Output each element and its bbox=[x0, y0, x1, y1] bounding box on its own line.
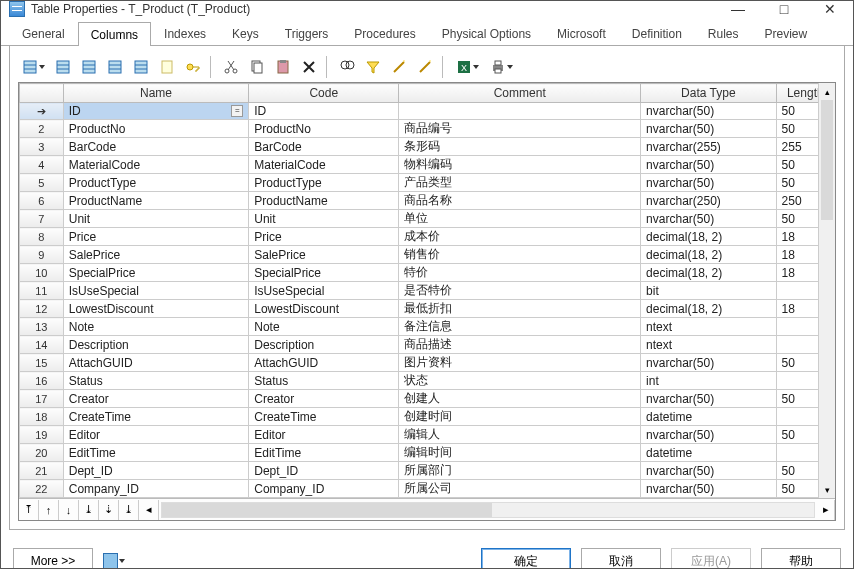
cell-code[interactable]: Price bbox=[249, 228, 399, 246]
row-number[interactable]: 4 bbox=[20, 156, 64, 174]
grid-icon[interactable] bbox=[104, 56, 126, 78]
cell-datatype[interactable]: decimal(18, 2) bbox=[641, 246, 776, 264]
cell-code[interactable]: AttachGUID bbox=[249, 354, 399, 372]
cell-datatype[interactable]: nvarchar(50) bbox=[641, 462, 776, 480]
move-up-icon[interactable]: ↑ bbox=[39, 500, 59, 520]
move-bottom2-icon[interactable]: ⤓ bbox=[119, 500, 139, 520]
table-row[interactable]: 20EditTimeEditTime编辑时间datetime bbox=[20, 444, 835, 462]
tab-preview[interactable]: Preview bbox=[752, 21, 821, 45]
cell-datatype[interactable]: nvarchar(50) bbox=[641, 156, 776, 174]
tools-button[interactable] bbox=[103, 550, 125, 569]
cell-name[interactable]: ProductType bbox=[63, 174, 249, 192]
cell-name[interactable]: LowestDiscount bbox=[63, 300, 249, 318]
grid-add-icon[interactable] bbox=[130, 56, 152, 78]
table-row[interactable]: 9SalePriceSalePrice销售价decimal(18, 2)18 bbox=[20, 246, 835, 264]
cell-code[interactable]: MaterialCode bbox=[249, 156, 399, 174]
row-number[interactable]: 10 bbox=[20, 264, 64, 282]
hscroll-left-icon[interactable]: ◂ bbox=[139, 500, 159, 520]
cell-name[interactable]: ProductNo bbox=[63, 120, 249, 138]
table-row[interactable]: 2ProductNoProductNo商品编号nvarchar(50)50 bbox=[20, 120, 835, 138]
move-down-icon[interactable]: ↓ bbox=[59, 500, 79, 520]
row-number[interactable]: 14 bbox=[20, 336, 64, 354]
cell-code[interactable]: ID bbox=[249, 103, 399, 120]
cell-code[interactable]: SalePrice bbox=[249, 246, 399, 264]
tab-indexes[interactable]: Indexes bbox=[151, 21, 219, 45]
cell-comment[interactable]: 是否特价 bbox=[399, 282, 641, 300]
cell-code[interactable]: Editor bbox=[249, 426, 399, 444]
add-table-icon[interactable] bbox=[52, 56, 74, 78]
table-row[interactable]: 17CreatorCreator创建人nvarchar(50)50 bbox=[20, 390, 835, 408]
close-button[interactable]: ✕ bbox=[807, 1, 853, 17]
cell-datatype[interactable]: decimal(18, 2) bbox=[641, 300, 776, 318]
maximize-button[interactable]: □ bbox=[761, 1, 807, 17]
cell-datatype[interactable]: nvarchar(255) bbox=[641, 138, 776, 156]
cell-code[interactable]: Company_ID bbox=[249, 480, 399, 498]
filter-icon[interactable] bbox=[362, 56, 384, 78]
table-row[interactable]: 7UnitUnit单位nvarchar(50)50 bbox=[20, 210, 835, 228]
cell-name[interactable]: ID= bbox=[63, 103, 249, 120]
cell-code[interactable]: Unit bbox=[249, 210, 399, 228]
cell-datatype[interactable]: decimal(18, 2) bbox=[641, 264, 776, 282]
cell-datatype[interactable]: int bbox=[641, 372, 776, 390]
row-number[interactable]: 17 bbox=[20, 390, 64, 408]
cell-name[interactable]: AttachGUID bbox=[63, 354, 249, 372]
cell-name[interactable]: CreateTime bbox=[63, 408, 249, 426]
table-row[interactable]: 11IsUseSpecialIsUseSpecial是否特价bit bbox=[20, 282, 835, 300]
table-row[interactable]: 19EditorEditor编辑人nvarchar(50)50 bbox=[20, 426, 835, 444]
delete-icon[interactable] bbox=[298, 56, 320, 78]
row-number[interactable]: 13 bbox=[20, 318, 64, 336]
cell-comment[interactable]: 成本价 bbox=[399, 228, 641, 246]
cell-code[interactable]: Creator bbox=[249, 390, 399, 408]
cell-name[interactable]: IsUseSpecial bbox=[63, 282, 249, 300]
cell-comment[interactable] bbox=[399, 103, 641, 120]
cell-name[interactable]: Price bbox=[63, 228, 249, 246]
table-row[interactable]: 21Dept_IDDept_ID所属部门nvarchar(50)50 bbox=[20, 462, 835, 480]
duplicate-icon[interactable] bbox=[78, 56, 100, 78]
cell-comment[interactable]: 所属部门 bbox=[399, 462, 641, 480]
cell-comment[interactable]: 状态 bbox=[399, 372, 641, 390]
row-number[interactable]: 2 bbox=[20, 120, 64, 138]
wand2-icon[interactable] bbox=[414, 56, 436, 78]
cell-name[interactable]: Unit bbox=[63, 210, 249, 228]
tab-general[interactable]: General bbox=[9, 21, 78, 45]
table-row[interactable]: ➔ID=IDnvarchar(50)50 bbox=[20, 103, 835, 120]
tab-triggers[interactable]: Triggers bbox=[272, 21, 342, 45]
cell-code[interactable]: ProductNo bbox=[249, 120, 399, 138]
cell-datatype[interactable]: bit bbox=[641, 282, 776, 300]
cell-datatype[interactable]: nvarchar(50) bbox=[641, 103, 776, 120]
cancel-button[interactable]: 取消 bbox=[581, 548, 661, 569]
col-datatype[interactable]: Data Type bbox=[641, 84, 776, 103]
table-row[interactable]: 16StatusStatus状态int bbox=[20, 372, 835, 390]
cell-datatype[interactable]: decimal(18, 2) bbox=[641, 228, 776, 246]
row-number[interactable]: ➔ bbox=[20, 103, 64, 120]
vertical-scrollbar[interactable]: ▴ ▾ bbox=[818, 83, 835, 498]
row-number[interactable]: 22 bbox=[20, 480, 64, 498]
move-down2-icon[interactable]: ⇣ bbox=[99, 500, 119, 520]
cell-comment[interactable]: 创建时间 bbox=[399, 408, 641, 426]
tab-microsoft[interactable]: Microsoft bbox=[544, 21, 619, 45]
cell-comment[interactable]: 销售价 bbox=[399, 246, 641, 264]
row-number[interactable]: 16 bbox=[20, 372, 64, 390]
table-row[interactable]: 18CreateTimeCreateTime创建时间datetime bbox=[20, 408, 835, 426]
row-number[interactable]: 9 bbox=[20, 246, 64, 264]
insert-row-icon[interactable] bbox=[18, 56, 48, 78]
cell-code[interactable]: Status bbox=[249, 372, 399, 390]
cell-name[interactable]: ProductName bbox=[63, 192, 249, 210]
paste-icon[interactable] bbox=[272, 56, 294, 78]
note-icon[interactable] bbox=[156, 56, 178, 78]
cell-comment[interactable]: 最低折扣 bbox=[399, 300, 641, 318]
cell-code[interactable]: LowestDiscount bbox=[249, 300, 399, 318]
row-number[interactable]: 3 bbox=[20, 138, 64, 156]
help-button[interactable]: 帮助 bbox=[761, 548, 841, 569]
cell-code[interactable]: Note bbox=[249, 318, 399, 336]
excel-icon[interactable]: X bbox=[452, 56, 482, 78]
cell-comment[interactable]: 商品编号 bbox=[399, 120, 641, 138]
cell-datatype[interactable]: nvarchar(250) bbox=[641, 192, 776, 210]
move-bottom-icon[interactable]: ⤓ bbox=[79, 500, 99, 520]
table-row[interactable]: 6ProductNameProductName商品名称nvarchar(250)… bbox=[20, 192, 835, 210]
table-row[interactable]: 12LowestDiscountLowestDiscount最低折扣decima… bbox=[20, 300, 835, 318]
cell-comment[interactable]: 产品类型 bbox=[399, 174, 641, 192]
cell-code[interactable]: Dept_ID bbox=[249, 462, 399, 480]
cell-datatype[interactable]: nvarchar(50) bbox=[641, 480, 776, 498]
cell-comment[interactable]: 单位 bbox=[399, 210, 641, 228]
